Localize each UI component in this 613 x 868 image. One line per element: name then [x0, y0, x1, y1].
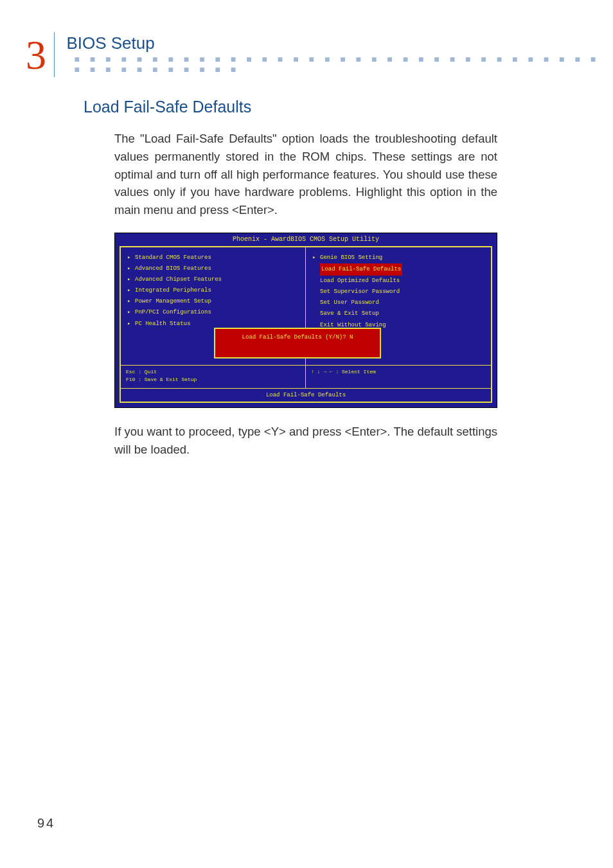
chapter-number: 3	[26, 35, 54, 78]
menu-item-label: Genie BIOS Setting	[320, 254, 382, 261]
menu-item: ▸Integrated Peripherals	[127, 285, 299, 296]
menu-item-label: Advanced BIOS Features	[135, 265, 211, 272]
arrow-icon: ▸	[127, 307, 135, 318]
menu-item-label: Load Fail-Safe Defaults	[320, 263, 402, 276]
paragraph-intro: The "Load Fail-Safe Defaults" option loa…	[114, 130, 497, 219]
menu-item: ▸Genie BIOS Setting	[312, 252, 484, 263]
bios-title-bar: Phoenix - AwardBIOS CMOS Setup Utility	[115, 233, 497, 246]
chapter-title-text: BIOS Setup	[66, 33, 154, 53]
menu-item-label: Integrated Peripherals	[135, 287, 211, 294]
section-title: Load Fail-Safe Defaults	[84, 98, 251, 116]
nav-text: ↑ ↓ → ← : Select Item	[311, 368, 486, 376]
menu-item: ▸PnP/PCI Configurations	[127, 307, 299, 318]
bios-footer: Load Fail-Safe Defaults	[121, 388, 491, 402]
chapter-header: 3 BIOS Setup ■ ■ ■ ■ ■ ■ ■ ■ ■ ■ ■ ■ ■ ■…	[26, 32, 613, 78]
arrow-icon: ▸	[127, 319, 135, 330]
menu-item-label: PC Health Status	[135, 321, 190, 327]
menu-item: ▸Standard CMOS Features	[127, 252, 299, 263]
menu-item: Set Supervisor Password	[312, 287, 484, 297]
dotted-rule: ■ ■ ■ ■ ■ ■ ■ ■ ■ ■ ■ ■ ■ ■ ■ ■ ■ ■ ■ ■ …	[74, 54, 613, 75]
menu-item-highlighted: Load Fail-Safe Defaults	[312, 263, 484, 276]
dialog-text: Load Fail-Safe Defaults (Y/N)? N	[215, 334, 380, 341]
arrow-icon: ▸	[127, 285, 135, 296]
bios-nav-bar: Esc : Quit F10 : Save & Exit Setup ↑ ↓ →…	[121, 365, 491, 388]
nav-right: ↑ ↓ → ← : Select Item	[306, 366, 491, 388]
chapter-divider	[54, 32, 55, 77]
menu-item-label: Power Management Setup	[135, 298, 211, 305]
menu-item: Set User Password	[312, 297, 484, 308]
nav-text: Esc : Quit	[126, 368, 300, 376]
arrow-icon: ▸	[127, 274, 135, 285]
menu-item-label: Standard CMOS Features	[135, 254, 211, 261]
arrow-icon: ▸	[127, 263, 135, 274]
nav-text: F10 : Save & Exit Setup	[126, 376, 300, 384]
menu-item-label: PnP/PCI Configurations	[135, 309, 211, 315]
menu-item-label: Load Optimized Defaults	[320, 278, 400, 284]
arrow-icon: ▸	[127, 252, 135, 263]
arrow-icon: ▸	[312, 252, 320, 263]
arrow-icon: ▸	[127, 296, 135, 307]
bios-inner-frame: ▸Standard CMOS Features ▸Advanced BIOS F…	[120, 246, 492, 403]
menu-item-label: Advanced Chipset Features	[135, 276, 222, 283]
menu-item: Save & Exit Setup	[312, 308, 484, 319]
menu-item: Load Optimized Defaults	[312, 276, 484, 287]
menu-item: ▸Power Management Setup	[127, 296, 299, 307]
chapter-title: BIOS Setup ■ ■ ■ ■ ■ ■ ■ ■ ■ ■ ■ ■ ■ ■ ■…	[66, 33, 613, 78]
menu-item-label: Set User Password	[320, 299, 379, 306]
confirm-dialog: Load Fail-Safe Defaults (Y/N)? N	[214, 328, 381, 359]
paragraph-outro: If you want to proceed, type <Y> and pre…	[114, 423, 497, 459]
menu-item-label: Set Supervisor Password	[320, 288, 400, 295]
menu-item: ▸Advanced BIOS Features	[127, 263, 299, 274]
page-number: 94	[37, 816, 55, 831]
bios-screenshot: Phoenix - AwardBIOS CMOS Setup Utility ▸…	[114, 233, 497, 408]
bios-menu-area: ▸Standard CMOS Features ▸Advanced BIOS F…	[121, 247, 491, 365]
menu-item: ▸Advanced Chipset Features	[127, 274, 299, 285]
nav-left: Esc : Quit F10 : Save & Exit Setup	[121, 366, 306, 388]
menu-item-label: Save & Exit Setup	[320, 310, 379, 317]
